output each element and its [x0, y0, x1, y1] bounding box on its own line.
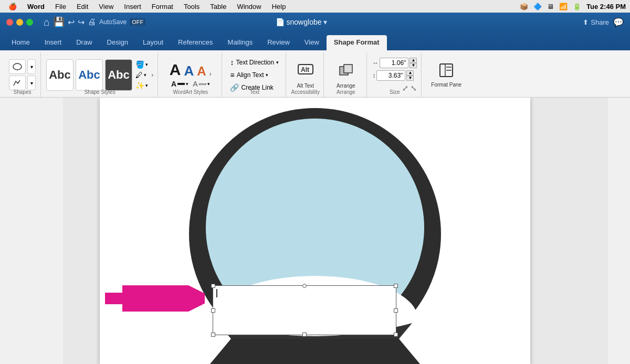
alt-text-btn[interactable]: Alt Alt Text [294, 59, 318, 91]
shapes-column: ▾ ▾ [9, 59, 36, 90]
align-text-btn[interactable]: ≡ Align Text ▾ [228, 70, 281, 80]
comment-icon[interactable]: 💬 [613, 17, 624, 27]
handle-ml[interactable] [211, 308, 215, 313]
macos-menubar: 🍎 Word File Edit View Insert Format Tool… [0, 0, 630, 13]
svg-point-0 [13, 63, 22, 70]
height-down-btn[interactable]: ▼ [406, 76, 414, 81]
freeform-btn[interactable] [9, 76, 26, 90]
fill-dropdown[interactable]: ▾ [145, 62, 148, 67]
redo-icon[interactable]: ↪ [78, 17, 85, 27]
text-outline-dropdown[interactable]: ▾ [207, 81, 210, 87]
insert-menu[interactable]: Insert [120, 3, 145, 10]
home-icon[interactable]: ⌂ [44, 16, 50, 28]
file-menu[interactable]: File [51, 3, 70, 10]
text-group-label: Text [250, 89, 259, 95]
fullscreen-button[interactable] [26, 19, 33, 26]
handle-tl[interactable] [211, 284, 215, 288]
text-direction-dropdown[interactable]: ▾ [276, 60, 279, 65]
tab-layout[interactable]: Layout [135, 35, 171, 50]
oval-shape-btn[interactable] [9, 59, 26, 74]
handle-mr[interactable] [394, 308, 398, 313]
shape-outline-btn[interactable]: 🖊 ▾ [135, 71, 148, 79]
align-text-dropdown[interactable]: ▾ [266, 72, 268, 78]
edit-menu[interactable]: Edit [72, 3, 92, 10]
abc-btn-3[interactable]: Abc [105, 59, 132, 91]
width-spinners: ▲ ▼ [410, 58, 417, 68]
text-outline-btn[interactable]: A ▾ [193, 80, 209, 88]
styles-more-btn[interactable]: › [151, 71, 153, 79]
shapes-dropdown-btn[interactable]: ▾ [27, 59, 36, 74]
apple-menu[interactable]: 🍎 [4, 3, 21, 10]
share-icon: ⬆ [583, 18, 589, 26]
text-a-blue-btn[interactable]: A [184, 64, 194, 78]
wordart-more-btn[interactable]: › [209, 70, 212, 78]
tab-draw[interactable]: Draw [69, 35, 99, 50]
share-button[interactable]: ⬆ Share [583, 18, 609, 26]
height-input[interactable] [376, 70, 405, 81]
handle-br[interactable] [394, 333, 398, 337]
width-down-btn[interactable]: ▼ [410, 63, 417, 68]
right-margin [608, 98, 630, 364]
view-menu[interactable]: View [94, 3, 118, 10]
tab-shape-format[interactable]: Shape Format [327, 35, 387, 50]
document-page[interactable] [100, 98, 530, 364]
window-menu[interactable]: Window [233, 3, 265, 10]
screen-icon: 🖥 [547, 3, 554, 10]
top-connect-handle[interactable] [302, 284, 307, 288]
app-name[interactable]: Word [23, 3, 49, 10]
accessibility-label: Accessibility [291, 89, 320, 95]
undo-icon[interactable]: ↩ [68, 17, 75, 27]
format-pane-btn[interactable]: Format Pane [427, 60, 466, 90]
text-fill-btn[interactable]: A ▾ [171, 80, 188, 88]
tab-review[interactable]: Review [260, 35, 297, 50]
shape-fill-btn[interactable]: 🪣 ▾ [135, 60, 148, 69]
outline-dropdown[interactable]: ▾ [144, 72, 146, 78]
insert-shapes-group: ▾ ▾ Shapes [4, 52, 41, 97]
tab-mailings[interactable]: Mailings [220, 35, 260, 50]
tab-design[interactable]: Design [100, 35, 135, 50]
arrange-btn[interactable]: Arrange [333, 59, 359, 91]
close-button[interactable] [6, 19, 13, 26]
abc-btn-2[interactable]: Abc [76, 59, 103, 91]
effects-dropdown[interactable]: ▾ [145, 83, 148, 88]
align-text-label: Align Text [237, 71, 264, 79]
tab-insert[interactable]: Insert [37, 35, 69, 50]
width-up-btn[interactable]: ▲ [410, 58, 417, 63]
save-icon[interactable]: 💾 [53, 16, 65, 28]
handle-tr[interactable] [394, 284, 398, 288]
chevron-down-icon[interactable]: ▾ [323, 18, 327, 26]
arrange-group-label: Arrange [337, 89, 355, 95]
table-menu[interactable]: Table [206, 3, 230, 10]
handle-bc[interactable] [302, 333, 307, 337]
ribbon: ▾ ▾ Shapes Abc Abc Abc 🪣 [0, 50, 630, 98]
ribbon-tabs: Home Insert Draw Design Layout Reference… [0, 31, 630, 50]
format-menu[interactable]: Format [148, 3, 177, 10]
autosave-toggle[interactable]: OFF [130, 18, 145, 26]
shape-effects-btn[interactable]: ✨ ▾ [135, 81, 148, 90]
tools-menu[interactable]: Tools [180, 3, 204, 10]
handle-bl[interactable] [211, 333, 215, 337]
arrange-group: Arrange Arrange [325, 52, 367, 97]
abc-buttons: Abc Abc Abc [46, 59, 132, 91]
help-menu[interactable]: Help [268, 3, 290, 10]
minimize-button[interactable] [16, 19, 23, 26]
svg-rect-4 [344, 65, 352, 73]
lock-aspect-icon[interactable]: ⤡ [411, 84, 417, 92]
expand-icon[interactable]: ⤢ [402, 84, 408, 92]
print-icon[interactable]: 🖨 [88, 17, 96, 27]
tab-references[interactable]: References [171, 35, 220, 50]
abc-btn-1[interactable]: Abc [46, 59, 74, 91]
tab-view[interactable]: View [297, 35, 327, 50]
text-direction-btn[interactable]: ↕ Text Direction ▾ [228, 57, 281, 68]
arrange-icon [338, 61, 354, 82]
insert-shapes-label: Shapes [14, 89, 32, 95]
edit-points-btn[interactable]: ▾ [27, 76, 36, 90]
tab-home[interactable]: Home [4, 35, 37, 50]
text-box[interactable] [213, 285, 396, 335]
text-fill-dropdown[interactable]: ▾ [186, 81, 188, 87]
text-a-orange-btn[interactable]: A [197, 65, 206, 78]
wordart-styles-label: WordArt Styles [173, 89, 208, 95]
height-up-btn[interactable]: ▲ [406, 70, 414, 76]
text-a-black-btn[interactable]: A [170, 62, 181, 78]
width-input[interactable] [380, 58, 408, 68]
